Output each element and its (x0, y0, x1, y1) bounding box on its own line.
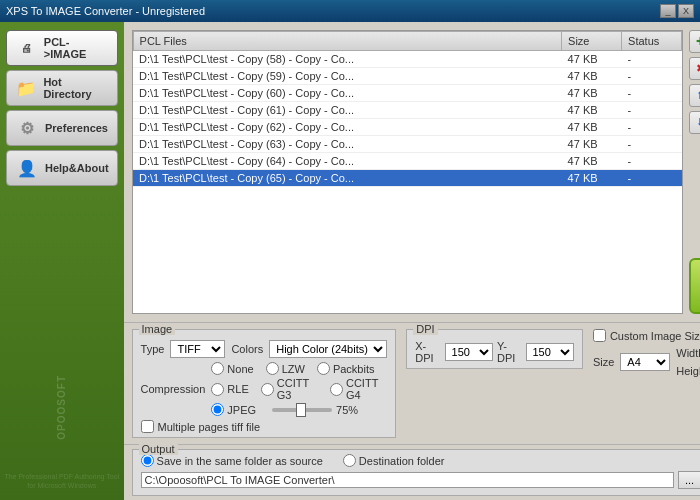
table-row[interactable]: D:\1 Test\PCL\test - Copy (62) - Copy - … (133, 119, 682, 136)
add-button[interactable]: ✚ Add (689, 30, 700, 53)
cell-status: - (622, 170, 682, 187)
table-row[interactable]: D:\1 Test\PCL\test - Copy (59) - Copy - … (133, 68, 682, 85)
sidebar-label-hot: Hot Directory (43, 76, 108, 100)
dpi-settings-inner: X-DPI 150 72 96 200 300 Y-DPI 150 (415, 340, 574, 364)
sidebar-label-pcl: PCL->IMAGE (44, 36, 109, 60)
cell-status: - (622, 68, 682, 85)
convert-button[interactable]: ▶ Convert (689, 258, 700, 314)
table-row[interactable]: D:\1 Test\PCL\test - Copy (65) - Copy - … (133, 170, 682, 187)
cell-size: 47 KB (562, 85, 622, 102)
cell-status: - (622, 51, 682, 68)
output-group: Output Save in the same folder as source… (132, 449, 700, 496)
cell-size: 47 KB (562, 68, 622, 85)
cell-filename: D:\1 Test\PCL\test - Copy (59) - Copy - … (133, 68, 562, 85)
cell-filename: D:\1 Test\PCL\test - Copy (60) - Copy - … (133, 85, 562, 102)
down-button[interactable]: ⬇ Down (689, 111, 700, 134)
sidebar-watermark: The Professional PDF Authoring Toolfor M… (4, 472, 120, 490)
radio-same-folder-label: Save in the same folder as source (157, 455, 323, 467)
table-row[interactable]: D:\1 Test\PCL\test - Copy (60) - Copy - … (133, 85, 682, 102)
browse-button[interactable]: ... (678, 471, 700, 489)
ydpi-select[interactable]: 150 72 96 200 300 (526, 343, 574, 361)
radio-ccitt4-input[interactable] (330, 383, 343, 396)
remove-button[interactable]: ✖ Remove (689, 57, 700, 80)
remove-icon: ✖ (696, 62, 700, 75)
radio-dest-folder-label: Destination folder (359, 455, 445, 467)
cell-status: - (622, 153, 682, 170)
radio-rle: RLE (211, 377, 248, 401)
cell-size: 47 KB (562, 119, 622, 136)
printer-icon: 🖨 (15, 36, 38, 60)
colors-label: Colors (231, 343, 263, 355)
file-table-container: PCL Files Size Status D:\1 Test\PCL\test… (132, 30, 684, 314)
up-button[interactable]: ⬆ Up (689, 84, 700, 107)
radio-rle-input[interactable] (211, 383, 224, 396)
person-icon: 👤 (15, 156, 39, 180)
sidebar-item-pcl-image[interactable]: 🖨 PCL->IMAGE (6, 30, 118, 66)
table-row[interactable]: D:\1 Test\PCL\test - Copy (61) - Copy - … (133, 102, 682, 119)
custom-size-label: Custom Image Size (610, 330, 700, 342)
compression-row: Compression None LZW (141, 362, 388, 416)
cell-filename: D:\1 Test\PCL\test - Copy (62) - Copy - … (133, 119, 562, 136)
col-header-status: Status (622, 32, 682, 51)
cell-filename: D:\1 Test\PCL\test - Copy (64) - Copy - … (133, 153, 562, 170)
file-panel: PCL Files Size Status D:\1 Test\PCL\test… (124, 22, 700, 322)
xdpi-select[interactable]: 150 72 96 200 300 (445, 343, 493, 361)
radio-packbits-input[interactable] (317, 362, 330, 375)
col-header-size: Size (562, 32, 622, 51)
jpeg-quality-slider[interactable] (272, 408, 332, 412)
radio-jpeg-input[interactable] (211, 403, 224, 416)
add-icon: ✚ (696, 35, 700, 48)
colors-select[interactable]: High Color (24bits) 256 Colors Grayscale… (269, 340, 387, 358)
radio-same-folder-input[interactable] (141, 454, 154, 467)
width-row: Width (676, 345, 700, 361)
custom-size-checkbox-row: Custom Image Size (593, 329, 700, 342)
size-select[interactable]: A4 A3 Letter (620, 353, 670, 371)
multiple-pages-row: Multiple pages tiff file (141, 420, 388, 433)
compression-row-1: None LZW Packbits (211, 362, 387, 375)
radio-ccitt3-input[interactable] (261, 383, 274, 396)
title-bar: XPS To IMAGE Converter - Unregistered _ … (0, 0, 700, 22)
ydpi-label: Y-DPI (497, 340, 522, 364)
table-row[interactable]: D:\1 Test\PCL\test - Copy (58) - Copy - … (133, 51, 682, 68)
down-icon: ⬇ (696, 116, 700, 129)
sidebar-item-help-about[interactable]: 👤 Help&About (6, 150, 118, 186)
compression-radio-group: None LZW Packbits (211, 362, 387, 416)
content-area: PCL Files Size Status D:\1 Test\PCL\test… (124, 22, 700, 500)
title-bar-buttons: _ X (660, 4, 694, 18)
output-path-input[interactable] (141, 472, 674, 488)
settings-panel: Image Type TIFF BMP JPEG PNG GIF Color (124, 322, 700, 444)
radio-lzw: LZW (266, 362, 305, 375)
folder-icon: 📁 (15, 76, 37, 100)
table-row[interactable]: D:\1 Test\PCL\test - Copy (63) - Copy - … (133, 136, 682, 153)
radio-lzw-input[interactable] (266, 362, 279, 375)
output-section: Output Save in the same folder as source… (124, 444, 700, 500)
size-label: Size (593, 356, 614, 368)
radio-none-input[interactable] (211, 362, 224, 375)
jpeg-slider-container: 75% (272, 403, 358, 416)
width-height-group: Width Height (676, 345, 700, 379)
jpeg-quality-value: 75% (336, 404, 358, 416)
minimize-button[interactable]: _ (660, 4, 676, 18)
close-button[interactable]: X (678, 4, 694, 18)
radio-ccitt3: CCITT G3 (261, 377, 318, 401)
xdpi-row: X-DPI 150 72 96 200 300 Y-DPI 150 (415, 340, 574, 364)
type-select[interactable]: TIFF BMP JPEG PNG GIF (170, 340, 225, 358)
file-table: PCL Files Size Status D:\1 Test\PCL\test… (133, 31, 683, 187)
sidebar-item-hot-directory[interactable]: 📁 Hot Directory (6, 70, 118, 106)
custom-size-checkbox[interactable] (593, 329, 606, 342)
radio-packbits: Packbits (317, 362, 375, 375)
multiple-pages-checkbox[interactable] (141, 420, 154, 433)
height-row: Height (676, 363, 700, 379)
sidebar-label-help: Help&About (45, 162, 109, 174)
cell-status: - (622, 119, 682, 136)
width-label: Width (676, 347, 700, 359)
radio-dest-folder: Destination folder (343, 454, 445, 467)
sidebar-item-preferences[interactable]: ⚙ Preferences (6, 110, 118, 146)
cell-status: - (622, 136, 682, 153)
image-group-label: Image (139, 323, 176, 335)
radio-dest-folder-input[interactable] (343, 454, 356, 467)
cell-status: - (622, 102, 682, 119)
height-label: Height (676, 365, 700, 377)
table-row[interactable]: D:\1 Test\PCL\test - Copy (64) - Copy - … (133, 153, 682, 170)
cell-filename: D:\1 Test\PCL\test - Copy (65) - Copy - … (133, 170, 562, 187)
